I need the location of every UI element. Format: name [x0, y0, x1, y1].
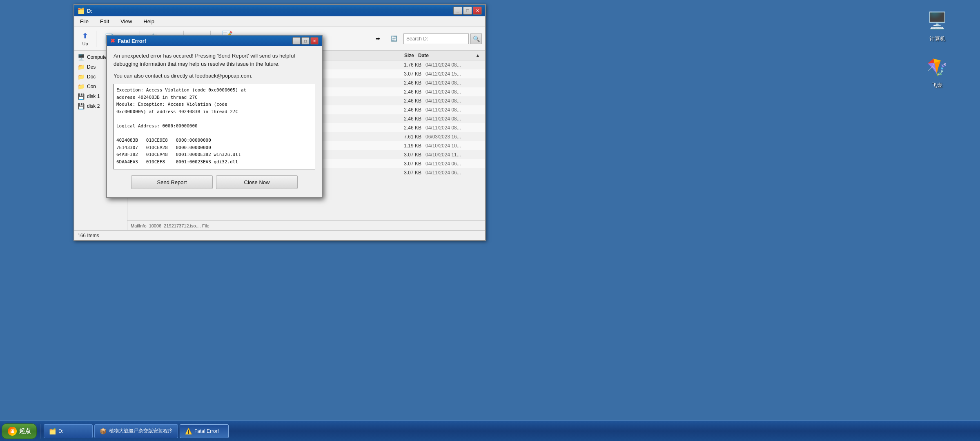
taskbar-installer-label: 植物大战僵尸杂交版安装程序 [109, 428, 173, 434]
dialog-maximize-button[interactable]: □ [301, 37, 310, 45]
menu-help[interactable]: Help [141, 18, 157, 25]
feijin-icon: 🪁 [925, 55, 949, 79]
menu-edit[interactable]: Edit [98, 18, 111, 25]
file-date-cell: 04/11/2024 08... [425, 116, 483, 122]
file-date-cell: 04/11/2024 08... [425, 98, 483, 104]
start-label: 起点 [19, 428, 31, 435]
file-size-cell: 1.76 KB [393, 62, 425, 68]
file-date-cell: 04/11/2024 08... [425, 89, 483, 95]
desktop-sidebar-icon: 📁 [78, 64, 85, 70]
scroll-column-spacer: ▲ [475, 53, 483, 58]
back-nav-button[interactable]: ➡ [371, 33, 385, 44]
file-date-cell: 04/11/2024 06... [425, 170, 483, 176]
taskbar-divider [40, 424, 40, 439]
send-report-button[interactable]: Send Report [131, 175, 213, 189]
start-button[interactable]: ⊞ 起点 [2, 423, 37, 439]
maximize-button[interactable]: □ [463, 7, 472, 15]
file-size-cell: 2.46 KB [393, 98, 425, 104]
search-button[interactable]: 🔍 [470, 33, 482, 44]
date-column-header: Date [418, 53, 475, 58]
window-titlebar: 🗂️ D: _ □ ✕ [74, 5, 485, 16]
file-date-cell: 04/10/2024 10... [425, 143, 483, 149]
file-date-cell: 04/11/2024 08... [425, 62, 483, 68]
documents-sidebar-icon: 📁 [78, 74, 85, 80]
dialog-buttons: Send Report Close Now [114, 175, 315, 192]
computer-desktop-icon[interactable]: 🖥️ 计算机 [919, 8, 956, 42]
error-icon: ✖ [110, 38, 115, 44]
window-title: D: [87, 8, 93, 14]
up-button[interactable]: ⬆ Up [78, 29, 93, 48]
taskbar-explorer-item[interactable]: 🗂️ D: [44, 424, 93, 438]
window-close-button[interactable]: ✕ [473, 7, 482, 15]
sidebar-item-disk2-label: disk 2 [87, 103, 100, 109]
sidebar-item-disk1-label: disk 1 [87, 94, 100, 99]
computer-sidebar-icon: 🖥️ [78, 54, 85, 60]
disk2-sidebar-icon: 💾 [78, 103, 85, 109]
file-size-cell: 3.07 KB [393, 152, 425, 158]
close-now-button[interactable]: Close Now [216, 175, 298, 189]
file-date-cell: 04/11/2024 06... [425, 161, 483, 167]
taskbar-explorer-icon: 🗂️ [49, 428, 56, 434]
feijin-icon-label: 飞壶 [932, 82, 942, 89]
computer-icon-label: 计算机 [929, 35, 945, 42]
dialog-close-button[interactable]: ✕ [310, 37, 318, 45]
search-area: ➡ 🔄 🔍 [371, 33, 482, 44]
folder-icon: 🗂️ [78, 7, 85, 14]
sidebar-item-documents-label: Doc [87, 74, 96, 80]
dialog-title-left: ✖ Fatal Error! [110, 38, 146, 44]
taskbar-error-icon: ⚠️ [185, 428, 192, 434]
minimize-button[interactable]: _ [453, 7, 462, 15]
file-size-cell: 2.46 KB [393, 80, 425, 86]
file-size-cell: 2.46 KB [393, 116, 425, 122]
file-size-cell: 2.46 KB [393, 125, 425, 131]
dialog-title: Fatal Error! [118, 38, 146, 44]
toolbar-separator-1 [96, 31, 96, 47]
taskbar: ⊞ 起点 🗂️ D: 📦 植物大战僵尸杂交版安装程序 ⚠️ Fatal Erro… [0, 421, 980, 441]
file-date-cell: 04/11/2024 08... [425, 80, 483, 86]
file-size-cell: 2.46 KB [393, 107, 425, 113]
right-arrow-icon: ➡ [376, 36, 380, 42]
titlebar-left: 🗂️ D: [78, 7, 93, 14]
bottom-file-info: MailInfo_10006_2192173712.iso.... File [131, 223, 209, 228]
status-bar: 166 Items [74, 230, 485, 240]
bottom-file-bar: MailInfo_10006_2192173712.iso.... File [127, 220, 485, 230]
up-arrow-icon: ⬆ [82, 31, 88, 40]
file-size-cell: 3.07 KB [393, 161, 425, 167]
disk1-sidebar-icon: 💾 [78, 93, 85, 100]
taskbar-error-item[interactable]: ⚠️ Fatal Error! [180, 424, 229, 438]
desktop: 🖥️ 计算机 🪁 飞壶 🗂️ D: _ □ ✕ File Edit View [0, 0, 980, 441]
fatal-error-dialog: ✖ Fatal Error! _ □ ✕ An unexpected error… [106, 35, 323, 198]
dialog-error-box[interactable]: Exception: Access Violation (code 0xc000… [114, 84, 315, 169]
dialog-contact: You can also contact us directly at feed… [114, 73, 315, 79]
dialog-minimize-button[interactable]: _ [292, 37, 301, 45]
file-size-cell: 3.07 KB [393, 71, 425, 77]
file-size-cell: 1.19 KB [393, 143, 425, 149]
taskbar-installer-icon: 📦 [100, 428, 107, 434]
taskbar-installer-item[interactable]: 📦 植物大战僵尸杂交版安装程序 [94, 424, 178, 438]
file-size-cell: 2.46 KB [393, 89, 425, 95]
refresh-button[interactable]: 🔄 [386, 33, 402, 44]
taskbar-error-label: Fatal Error! [194, 428, 219, 434]
sidebar-item-computer-label: Compute [87, 54, 107, 60]
file-date-cell: 04/10/2024 11... [425, 152, 483, 158]
refresh-icon: 🔄 [391, 36, 397, 42]
item-count: 166 Items [78, 233, 99, 238]
dialog-titlebar-buttons: _ □ ✕ [292, 37, 318, 45]
desktop-icons-area: 🖥️ 计算机 🪁 飞壶 [919, 8, 956, 89]
menu-file[interactable]: File [78, 18, 91, 25]
dialog-message: An unexpected error has occured! Pressin… [114, 52, 315, 68]
feijin-desktop-icon[interactable]: 🪁 飞壶 [919, 55, 956, 89]
sidebar-item-computer2-label: Con [87, 84, 96, 89]
dialog-body: An unexpected error has occured! Pressin… [107, 46, 322, 197]
size-column-header: Size [385, 53, 418, 58]
search-icon: 🔍 [473, 36, 480, 42]
computer-icon: 🖥️ [925, 8, 949, 33]
file-date-cell: 06/03/2023 16... [425, 134, 483, 140]
file-date-cell: 04/11/2024 08... [425, 125, 483, 131]
dialog-error-text: Exception: Access Violation (code 0xc000… [116, 87, 312, 166]
sidebar-item-desktop-label: Des [87, 64, 96, 70]
menu-view[interactable]: View [118, 18, 134, 25]
search-input[interactable] [403, 33, 469, 44]
file-date-cell: 04/12/2024 15... [425, 71, 483, 77]
menu-bar: File Edit View Help [74, 16, 485, 27]
